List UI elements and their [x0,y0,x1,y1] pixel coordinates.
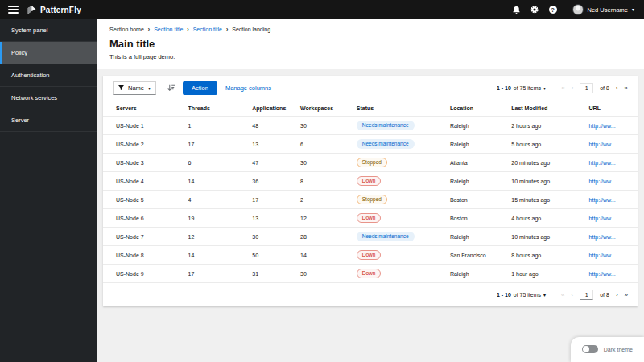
main-content: Section home›Section title›Section title… [97,19,644,362]
breadcrumb-item[interactable]: Section title [193,27,222,32]
help-question-icon[interactable]: ? [549,6,557,14]
sidebar-nav: System panelPolicyAuthenticationNetwork … [0,19,97,362]
first-page-button[interactable]: « [561,85,564,92]
breadcrumb-separator-icon: › [187,27,188,32]
avatar [572,4,584,15]
column-header-server: Servers [103,101,184,117]
pagination-range-dropdown[interactable]: 1 - 10 of 75 items ▾ [497,292,546,298]
url-link[interactable]: http://ww... [589,234,616,240]
url-link[interactable]: http://ww... [589,160,616,166]
cell-status: Stopped [352,154,445,172]
prev-page-button[interactable]: ‹ [572,85,574,92]
current-page-input[interactable] [580,83,593,93]
cell-status: Down [352,172,445,191]
cell-server: US-Node 4 [103,172,184,191]
cell-server: US-Node 5 [103,191,184,209]
cell-status: Stopped [352,191,445,209]
nav-toggle-hamburger-icon[interactable] [8,6,19,14]
manage-columns-link[interactable]: Manage columns [225,84,271,92]
table-row: US-Node 54172StoppedBoston15 minutes ago… [103,191,638,209]
cell-modified: 20 minutes ago [506,154,584,172]
last-page-button[interactable]: » [625,85,628,92]
page-count-label: of 8 [600,85,609,91]
breadcrumb-item[interactable]: Section title [154,27,183,32]
sidebar-item-network-services[interactable]: Network services [0,87,97,109]
sidebar-item-server[interactable]: Server [0,109,97,132]
cell-location: Raleigh [445,228,506,246]
column-header-applications: Applications [247,101,295,117]
url-link[interactable]: http://ww... [589,142,616,147]
page-header: Section home›Section title›Section title… [97,19,644,69]
column-header-status: Status [352,101,445,117]
cell-location: Raleigh [445,172,506,191]
user-menu[interactable]: Ned Username ▾ [572,4,634,15]
prev-page-button[interactable]: ‹ [572,292,574,298]
column-header-url: URL [584,101,638,117]
cell-location: Boston [445,209,506,228]
cell-modified: 5 hours ago [506,135,584,154]
current-page-input[interactable] [580,290,593,300]
cell-url: http://ww... [584,135,638,154]
cell-threads: 12 [184,228,248,246]
chevron-down-icon: ▾ [148,86,151,91]
column-header-threads: Threads [184,101,248,117]
pagination-range-dropdown[interactable]: 1 - 10 of 75 items ▾ [497,85,546,91]
cell-status: Needs maintenance [352,117,445,135]
cell-location: Atlanta [445,154,506,172]
next-page-button[interactable]: › [616,292,618,298]
cell-url: http://ww... [584,228,638,246]
next-page-button[interactable]: › [616,85,618,92]
cell-threads: 17 [184,265,248,283]
table-body: US-Node 114830Needs maintenanceRaleigh2 … [103,117,638,283]
dark-theme-toggle[interactable] [582,345,598,353]
status-badge: Needs maintenance [357,121,415,130]
toolbar: Name ▾ Action Manage columns 1 - 10 of 7… [103,76,638,101]
cell-applications: 48 [247,117,295,135]
first-page-button[interactable]: « [561,292,564,298]
cell-threads: 4 [184,191,248,209]
table-row: US-Node 8145014DownSan Francisco8 hours … [103,246,638,265]
url-link[interactable]: http://ww... [589,197,616,203]
status-badge: Stopped [357,195,387,204]
action-button[interactable]: Action [183,81,217,95]
url-link[interactable]: http://ww... [589,216,616,221]
url-link[interactable]: http://ww... [589,123,616,129]
brand[interactable]: PatternFly [27,5,81,15]
cell-modified: 4 hours ago [506,209,584,228]
table-row: US-Node 7123028Needs maintenanceRaleigh1… [103,228,638,246]
settings-gear-icon[interactable] [530,6,539,14]
cell-server: US-Node 9 [103,265,184,283]
url-link[interactable]: http://ww... [589,179,616,184]
cell-url: http://ww... [584,117,638,135]
sidebar-item-system-panel[interactable]: System panel [0,19,97,42]
cell-threads: 6 [184,154,248,172]
table-header: ServersThreadsApplicationsWorkspacesStat… [103,101,638,117]
notifications-bell-icon[interactable] [513,6,520,14]
sidebar-item-authentication[interactable]: Authentication [0,64,97,87]
sidebar-item-policy[interactable]: Policy [0,42,97,64]
url-link[interactable]: http://ww... [589,253,616,258]
cell-workspaces: 2 [295,191,352,209]
cell-location: San Francisco [445,246,506,265]
cell-modified: 1 hour ago [506,265,584,283]
cell-status: Needs maintenance [352,135,445,154]
cell-url: http://ww... [584,265,638,283]
card-footer: 1 - 10 of 75 items ▾ « ‹ of 8 › » [103,282,638,306]
breadcrumb-separator-icon: › [148,27,150,32]
url-link[interactable]: http://ww... [589,271,616,277]
cell-url: http://ww... [584,191,638,209]
cell-location: Raleigh [445,117,506,135]
cell-location: Raleigh [445,135,506,154]
breadcrumb-separator-icon: › [226,27,228,32]
cell-url: http://ww... [584,154,638,172]
chevron-down-icon: ▾ [632,7,634,12]
sort-button[interactable] [167,84,175,92]
filter-dropdown[interactable]: Name ▾ [113,81,156,95]
patternfly-logo-icon [27,5,37,15]
servers-table: ServersThreadsApplicationsWorkspacesStat… [103,101,638,282]
pagination-top: 1 - 10 of 75 items ▾ « ‹ of 8 › » [497,83,628,93]
cell-workspaces: 6 [295,135,352,154]
last-page-button[interactable]: » [625,292,628,298]
cell-applications: 17 [247,191,295,209]
table-row: US-Node 6191312DownBoston4 hours agohttp… [103,209,638,228]
